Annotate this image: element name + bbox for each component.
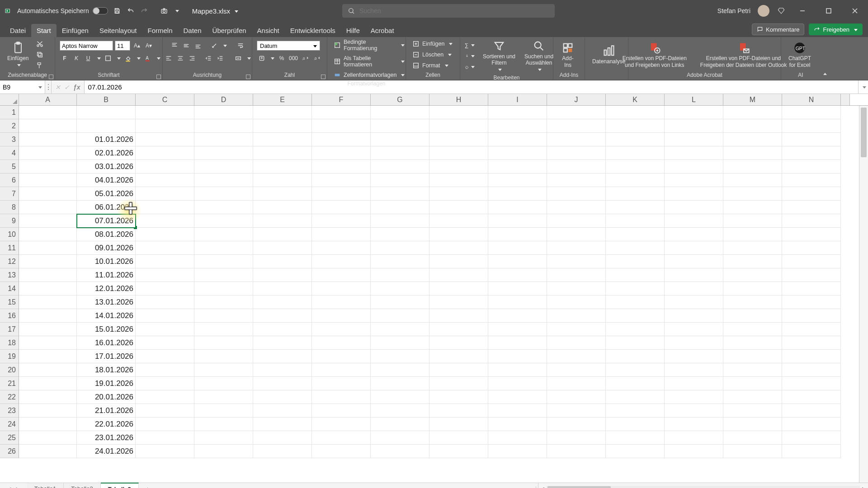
column-header-N[interactable]: N [782, 94, 841, 105]
cell-M7[interactable] [723, 187, 782, 201]
cell-L21[interactable] [665, 377, 723, 390]
cell-F4[interactable] [312, 146, 371, 160]
cell-A22[interactable] [19, 390, 77, 404]
cell-K16[interactable] [606, 309, 665, 323]
scroll-right-icon[interactable]: ► [860, 485, 868, 488]
fill-color-icon[interactable] [123, 53, 133, 63]
cell-E22[interactable] [253, 390, 312, 404]
cell-K3[interactable] [606, 133, 665, 146]
cell-I8[interactable] [488, 201, 547, 214]
expand-formula-bar-icon[interactable] [858, 80, 868, 94]
cell-A21[interactable] [19, 377, 77, 390]
cell-D15[interactable] [194, 296, 253, 309]
cell-L11[interactable] [665, 241, 723, 255]
cell-M10[interactable] [723, 228, 782, 241]
delete-cells-button[interactable]: Löschen [410, 50, 454, 59]
number-format-select[interactable]: Datum [257, 41, 320, 51]
cell-A4[interactable] [19, 146, 77, 160]
cell-C3[interactable] [136, 133, 194, 146]
quick-access-dropdown-icon[interactable] [173, 6, 179, 15]
copy-icon[interactable] [35, 50, 45, 60]
cell-G2[interactable] [371, 119, 429, 133]
cell-M17[interactable] [723, 323, 782, 336]
cell-D17[interactable] [194, 323, 253, 336]
cell-K22[interactable] [606, 390, 665, 404]
cell-I10[interactable] [488, 228, 547, 241]
column-header-J[interactable]: J [547, 94, 606, 105]
cell-G24[interactable] [371, 418, 429, 431]
ribbon-tab-ansicht[interactable]: Ansicht [252, 24, 285, 37]
align-center-icon[interactable] [175, 53, 185, 63]
cell-K10[interactable] [606, 228, 665, 241]
accounting-format-icon[interactable] [257, 53, 267, 63]
cell-I1[interactable] [488, 106, 547, 119]
cell-M18[interactable] [723, 336, 782, 350]
cell-L1[interactable] [665, 106, 723, 119]
cell-E10[interactable] [253, 228, 312, 241]
column-header-L[interactable]: L [665, 94, 723, 105]
cell-K18[interactable] [606, 336, 665, 350]
cell-L3[interactable] [665, 133, 723, 146]
insert-cells-button[interactable]: Einfügen [410, 39, 454, 48]
cell-F24[interactable] [312, 418, 371, 431]
underline-dropdown[interactable] [95, 53, 101, 63]
cell-D18[interactable] [194, 336, 253, 350]
cell-L16[interactable] [665, 309, 723, 323]
cell-K5[interactable] [606, 160, 665, 174]
cell-N1[interactable] [782, 106, 841, 119]
cell-N22[interactable] [782, 390, 841, 404]
cell-G16[interactable] [371, 309, 429, 323]
cell-G17[interactable] [371, 323, 429, 336]
cell-A16[interactable] [19, 309, 77, 323]
cell-N11[interactable] [782, 241, 841, 255]
cell-A23[interactable] [19, 404, 77, 418]
cell-B8[interactable]: 06.01.2026 [77, 201, 136, 214]
cell-D22[interactable] [194, 390, 253, 404]
orientation-dropdown[interactable] [221, 41, 227, 51]
cell-J10[interactable] [547, 228, 606, 241]
cell-G8[interactable] [371, 201, 429, 214]
cell-M21[interactable] [723, 377, 782, 390]
cell-G21[interactable] [371, 377, 429, 390]
column-header-D[interactable]: D [194, 94, 253, 105]
bold-button[interactable]: F [60, 53, 70, 63]
cell-J11[interactable] [547, 241, 606, 255]
cell-N9[interactable] [782, 214, 841, 228]
cell-N14[interactable] [782, 282, 841, 296]
row-header-17[interactable]: 17 [0, 323, 19, 336]
cell-K8[interactable] [606, 201, 665, 214]
cell-A24[interactable] [19, 418, 77, 431]
row-header-24[interactable]: 24 [0, 418, 19, 431]
cell-L5[interactable] [665, 160, 723, 174]
cell-F19[interactable] [312, 350, 371, 363]
cell-F1[interactable] [312, 106, 371, 119]
column-header-I[interactable]: I [488, 94, 547, 105]
cell-C7[interactable] [136, 187, 194, 201]
cell-C1[interactable] [136, 106, 194, 119]
decrease-indent-icon[interactable] [203, 53, 213, 63]
cell-C10[interactable] [136, 228, 194, 241]
row-header-26[interactable]: 26 [0, 445, 19, 458]
cell-A26[interactable] [19, 445, 77, 458]
cell-F26[interactable] [312, 445, 371, 458]
addins-button[interactable]: Add- Ins [558, 40, 578, 69]
cell-B19[interactable]: 17.01.2026 [77, 350, 136, 363]
cell-G7[interactable] [371, 187, 429, 201]
prev-sheet-icon[interactable]: ◄ [6, 485, 12, 488]
cancel-formula-icon[interactable]: ✕ [55, 84, 61, 91]
cell-G25[interactable] [371, 431, 429, 445]
column-header-A[interactable]: A [19, 94, 77, 105]
cell-E7[interactable] [253, 187, 312, 201]
row-header-4[interactable]: 4 [0, 146, 19, 160]
cell-F17[interactable] [312, 323, 371, 336]
column-header-H[interactable]: H [429, 94, 488, 105]
cell-E6[interactable] [253, 174, 312, 187]
row-header-18[interactable]: 18 [0, 336, 19, 350]
cell-A12[interactable] [19, 255, 77, 268]
cell-J18[interactable] [547, 336, 606, 350]
cell-G12[interactable] [371, 255, 429, 268]
cell-H6[interactable] [429, 174, 488, 187]
cell-J15[interactable] [547, 296, 606, 309]
cell-A19[interactable] [19, 350, 77, 363]
cell-E26[interactable] [253, 445, 312, 458]
